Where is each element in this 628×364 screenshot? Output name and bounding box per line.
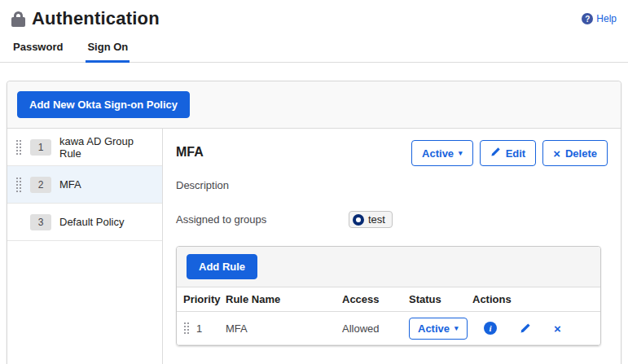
- policy-list: 1 kawa AD Group Rule 2 MFA 3 Default Pol…: [7, 129, 163, 364]
- chevron-down-icon: ▾: [455, 325, 459, 332]
- card-toolbar: Add New Okta Sign-on Policy: [7, 81, 621, 129]
- rule-status-label: Active: [418, 322, 450, 335]
- column-header-status: Status: [402, 287, 466, 311]
- policy-detail-panel: MFA Active ▾ Edit × Delete: [163, 129, 621, 364]
- policy-order-badge: 2: [30, 177, 51, 193]
- delete-policy-button[interactable]: × Delete: [542, 140, 608, 166]
- policy-item-mfa[interactable]: 2 MFA: [7, 166, 162, 204]
- edit-rule-pencil-icon[interactable]: [520, 322, 531, 334]
- rule-priority: 1: [196, 322, 202, 335]
- column-header-rule-name: Rule Name: [219, 287, 336, 311]
- add-policy-button[interactable]: Add New Okta Sign-on Policy: [17, 91, 190, 118]
- rule-access: Allowed: [336, 322, 402, 335]
- drag-handle-icon[interactable]: [15, 177, 22, 193]
- rule-status-cell: Active ▾: [402, 318, 466, 340]
- group-chip-test[interactable]: test: [349, 211, 393, 228]
- title-wrap: Authentication: [11, 8, 160, 29]
- tab-password[interactable]: Password: [11, 41, 64, 62]
- delete-rule-x-icon[interactable]: ×: [554, 322, 561, 335]
- group-chip-label: test: [368, 213, 385, 226]
- detail-header: MFA Active ▾ Edit × Delete: [176, 140, 608, 166]
- help-label: Help: [596, 13, 617, 24]
- info-icon[interactable]: i: [484, 322, 497, 335]
- close-icon: ×: [553, 147, 560, 160]
- column-header-actions: Actions: [466, 287, 600, 311]
- drag-handle-icon[interactable]: [183, 322, 190, 335]
- rules-table: Add Rule Priority Rule Name Access Statu…: [176, 246, 601, 346]
- page-header: Authentication ? Help: [0, 0, 628, 29]
- chevron-down-icon: ▾: [459, 150, 463, 157]
- add-rule-button[interactable]: Add Rule: [187, 254, 257, 279]
- policy-name: MFA: [59, 178, 81, 191]
- policy-item-default-policy[interactable]: 3 Default Policy: [7, 204, 162, 241]
- delete-label: Delete: [565, 147, 597, 160]
- policy-card: Add New Okta Sign-on Policy 1 kawa AD Gr…: [7, 81, 621, 364]
- policy-status-dropdown[interactable]: Active ▾: [411, 140, 473, 166]
- tab-sign-on[interactable]: Sign On: [86, 41, 130, 63]
- rules-toolbar: Add Rule: [177, 247, 600, 287]
- card-body: 1 kawa AD Group Rule 2 MFA 3 Default Pol…: [7, 129, 621, 364]
- drag-handle-icon[interactable]: [15, 139, 22, 156]
- policy-order-badge: 1: [30, 139, 51, 156]
- tab-bar: Password Sign On: [0, 41, 628, 63]
- group-ring-icon: [353, 214, 364, 226]
- rules-table-header: Priority Rule Name Access Status Actions: [177, 287, 600, 312]
- rule-priority-cell: 1: [177, 322, 219, 335]
- edit-policy-button[interactable]: Edit: [480, 140, 537, 166]
- drag-handle-spacer: [15, 214, 22, 230]
- rule-status-dropdown[interactable]: Active ▾: [409, 318, 468, 340]
- help-link[interactable]: ? Help: [582, 13, 617, 24]
- assigned-groups-label: Assigned to groups: [176, 213, 349, 226]
- rule-name: MFA: [219, 322, 336, 335]
- policy-name: Default Policy: [59, 216, 124, 228]
- edit-label: Edit: [506, 147, 526, 160]
- help-icon: ?: [582, 13, 593, 24]
- column-header-priority: Priority: [177, 287, 219, 311]
- rule-row-mfa: 1 MFA Allowed Active ▾ i: [177, 312, 600, 345]
- rule-actions-cell: i ×: [466, 322, 600, 335]
- policy-order-badge: 3: [30, 214, 51, 230]
- pencil-icon: [490, 147, 501, 160]
- assigned-groups-row: Assigned to groups test: [176, 211, 608, 228]
- detail-button-group: Active ▾ Edit × Delete: [411, 140, 608, 166]
- policy-item-kawa-ad-group-rule[interactable]: 1 kawa AD Group Rule: [7, 129, 162, 166]
- policy-status-label: Active: [422, 147, 454, 160]
- policy-name: kawa AD Group Rule: [59, 135, 154, 160]
- lock-icon: [11, 11, 25, 28]
- description-label: Description: [176, 179, 608, 191]
- page-title: Authentication: [32, 8, 160, 29]
- column-header-access: Access: [336, 287, 402, 311]
- policy-detail-title: MFA: [176, 145, 204, 160]
